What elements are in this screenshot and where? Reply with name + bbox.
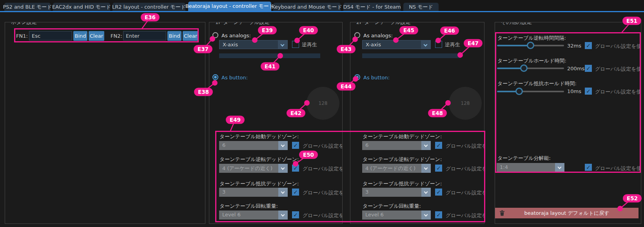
1p-resist-deadzone-global-label: グローバル設定を使 (303, 189, 343, 196)
2p-resist-deadzone-dropdown[interactable]: 3 (362, 188, 431, 197)
chevron-down-icon (278, 211, 288, 220)
1p-as-button-label: As button: (221, 75, 248, 81)
tab-eac2dx-hid[interactable]: EAC2dx and HID モード (53, 3, 110, 11)
tab-underline (0, 11, 644, 12)
tab-keyboard-mouse[interactable]: Keyboard and Mouse モード (273, 3, 341, 11)
2p-rotation-weight-dropdown[interactable]: Level 6 (362, 211, 431, 220)
chevron-down-icon (278, 188, 288, 197)
1p-reverse-deadzone-value: 4 (アーケードの近く) (222, 165, 272, 172)
chevron-down-icon (421, 188, 431, 197)
reset-default-label: beatoraja layout デフォルトに戻す (524, 210, 609, 217)
2p-rotation-weight-label: ターンテーブル回転重量: (363, 203, 421, 210)
2p-as-button-label: As button: (363, 75, 390, 81)
1p-start-deadzone-label: ターンテーブル始動デッドゾーン: (220, 133, 299, 140)
chevron-down-icon (278, 164, 288, 173)
fn1-bind-button[interactable]: Bind (73, 31, 87, 41)
annotation-badge-e42: E42 (287, 109, 305, 117)
1p-as-analogs-label: As analogs: (221, 33, 251, 38)
2p-reverse-label: 逆再生 (445, 41, 460, 48)
reverse-interval-global-label: グローバル設定を使 (595, 43, 640, 50)
resist-hold-time-global-label: グローバル設定を使 (595, 88, 640, 95)
reverse-interval-global-checkbox[interactable]: ✓ (585, 42, 592, 49)
2p-turntable-value-circle: 128 (449, 87, 482, 120)
chevron-down-icon (555, 163, 564, 172)
1p-reverse-checkbox[interactable] (292, 41, 299, 48)
fn2-clear-button[interactable]: Clear (183, 31, 198, 41)
annotation-badge-e39: E39 (258, 26, 277, 35)
1p-rotation-weight-dropdown[interactable]: Level 6 (219, 211, 288, 220)
chevron-down-icon (421, 141, 431, 150)
2p-reverse-deadzone-global-checkbox[interactable]: ✓ (435, 165, 442, 172)
resolution-dropdown[interactable]: 1:4 (497, 163, 564, 172)
reverse-interval-slider[interactable] (497, 45, 564, 46)
1p-rotation-weight-global-checkbox[interactable]: ✓ (292, 211, 299, 218)
resist-hold-time-slider[interactable] (497, 91, 564, 92)
1p-reverse-deadzone-global-label: グローバル設定を使 (303, 165, 343, 172)
2p-start-deadzone-value: 6 (365, 142, 368, 148)
2p-as-button-radio[interactable] (354, 74, 360, 80)
2p-reverse-deadzone-dropdown[interactable]: 4 (アーケードの近く) (362, 164, 431, 173)
annotation-badge-e46: E46 (440, 27, 459, 35)
hold-time-global-checkbox[interactable]: ✓ (585, 65, 592, 72)
reverse-interval-value: 32ms (567, 43, 581, 49)
button-settings-title: ボタン設定 (9, 22, 39, 26)
hold-time-slider[interactable] (497, 68, 564, 69)
tab-ns[interactable]: NS モード (403, 3, 439, 11)
fn1-input[interactable] (29, 31, 72, 40)
tab-lr2-layout[interactable]: LR2 layout - controller モード (112, 3, 185, 11)
1p-resist-deadzone-dropdown[interactable]: 3 (219, 188, 288, 197)
1p-rotation-weight-value: Level 6 (222, 212, 241, 218)
resist-hold-time-slider-thumb[interactable] (515, 88, 523, 95)
1p-reverse-deadzone-dropdown[interactable]: 4 (アーケードの近く) (219, 164, 288, 173)
resolution-global-checkbox[interactable]: ✓ (585, 164, 592, 171)
annotation-badge-e37: E37 (194, 45, 212, 53)
1p-start-deadzone-dropdown[interactable]: 6 (219, 141, 288, 150)
2p-resist-deadzone-value: 3 (365, 189, 368, 195)
resist-hold-time-value: 10ms (567, 88, 581, 94)
annotation-badge-e50: E50 (299, 151, 318, 159)
fn2-input[interactable] (123, 31, 166, 40)
fn2-bind-button[interactable]: Bind (167, 31, 181, 41)
tab-ps2-ble[interactable]: PS2 and BLE モード (4, 3, 51, 11)
2p-axis-dropdown[interactable]: X-axis (362, 40, 431, 49)
tab-bar: PS2 and BLE モード EAC2dx and HID モード LR2 l… (0, 0, 644, 12)
2p-as-analogs-radio[interactable] (354, 32, 360, 38)
1p-resist-deadzone-global-checkbox[interactable]: ✓ (292, 189, 299, 196)
2p-start-deadzone-global-checkbox[interactable]: ✓ (435, 142, 442, 149)
hold-time-label: ターンテーブルホールド時間: (497, 57, 566, 64)
tab-ds4-steam[interactable]: DS4 モード - for Steam (343, 3, 401, 11)
1p-as-button-radio[interactable] (212, 74, 218, 80)
chevron-down-icon (421, 211, 431, 220)
1p-axis-value: X-axis (223, 42, 238, 48)
reset-default-button[interactable]: beatoraja layout デフォルトに戻す (495, 208, 639, 218)
1p-start-deadzone-global-label: グローバル設定を使 (303, 143, 343, 150)
2p-as-analogs-label: As analogs: (363, 33, 393, 38)
hold-time-global-label: グローバル設定を使 (595, 66, 640, 73)
turntable-1p-title: 1P ターンテーブル設定 (213, 22, 272, 26)
reverse-interval-slider-thumb[interactable] (527, 42, 534, 49)
2p-axis-value: X-axis (366, 42, 381, 48)
1p-axis-dropdown[interactable]: X-axis (219, 40, 288, 49)
1p-reverse-deadzone-label: ターンテーブル逆転デッドゾーン: (220, 156, 299, 163)
1p-rotation-weight-global-label: グローバル設定を使 (303, 212, 343, 219)
2p-start-deadzone-dropdown[interactable]: 6 (362, 141, 431, 150)
resist-hold-time-global-checkbox[interactable]: ✓ (585, 88, 592, 95)
annotation-badge-e52: E52 (623, 194, 642, 203)
fn2-label: FN2: (111, 33, 122, 39)
hold-time-slider-thumb[interactable] (520, 64, 528, 72)
2p-resist-deadzone-global-checkbox[interactable]: ✓ (435, 189, 442, 196)
1p-turntable-value: 128 (319, 101, 328, 106)
2p-rotation-weight-global-checkbox[interactable]: ✓ (435, 211, 442, 218)
annotation-badge-e51: E51 (622, 17, 641, 25)
1p-start-deadzone-global-checkbox[interactable]: ✓ (292, 142, 299, 149)
1p-reverse-deadzone-global-checkbox[interactable]: ✓ (292, 165, 299, 172)
1p-as-analogs-radio[interactable] (212, 32, 218, 38)
turntable-2p-title: 2P ターンテーブル設定 (354, 22, 413, 26)
1p-axis-chevron-icon (278, 40, 287, 49)
1p-rotation-weight-label: ターンテーブル回転重量: (220, 203, 278, 210)
fn1-clear-button[interactable]: Clear (89, 31, 104, 41)
1p-resist-deadzone-value: 3 (222, 189, 225, 195)
1p-reverse-label: 逆再生 (302, 41, 317, 48)
tab-beatoraja-layout[interactable]: Beatoraja layout - controller モード (188, 2, 271, 11)
2p-reverse-checkbox[interactable] (435, 41, 442, 48)
